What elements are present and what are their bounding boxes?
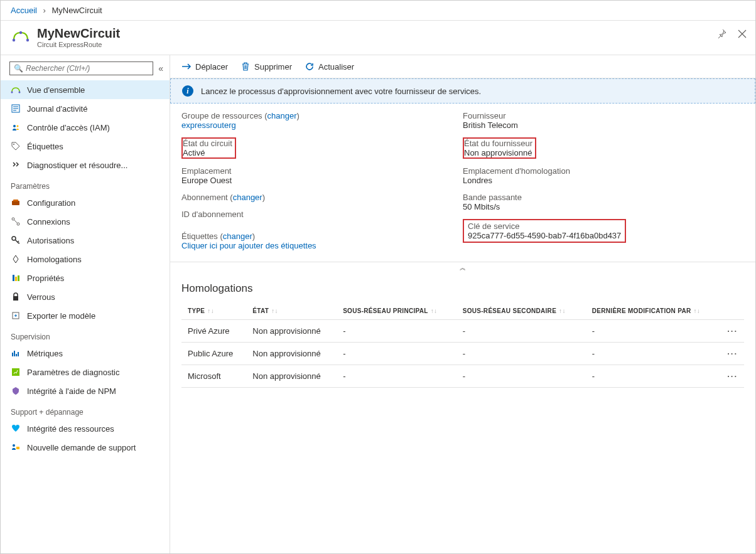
nav-label: Intégrité à l'aide de NPM [27,386,116,396]
nav-label: Exporter le modèle [27,311,95,321]
page-title: MyNewCircuit [37,26,120,41]
svg-point-11 [12,218,14,220]
sub-change-link[interactable]: changer [233,193,262,202]
nav-resource-health[interactable]: Intégrité des ressources [1,419,170,438]
nav-new-support[interactable]: Nouvelle demande de support [1,438,170,457]
cell-primary: - [337,365,456,388]
col-primary[interactable]: SOUS-RÉSEAU PRINCIPAL↑↓ [337,302,456,320]
nav-locks[interactable]: Verrous [1,287,170,306]
service-key-label: Clé de service [468,221,621,231]
svg-rect-19 [12,368,19,376]
header: MyNewCircuit Circuit ExpressRoute [1,21,755,55]
bandwidth-value: 50 Mbits/s [463,202,744,211]
col-modified[interactable]: DERNIÈRE MODIFICATION PAR↑↓ [586,302,721,320]
nav-npm-health[interactable]: Intégrité à l'aide de NPM [1,381,170,400]
search-box[interactable]: 🔍 [9,61,153,75]
nav-label: Autorisations [27,236,74,245]
rg-label: Groupe de ressources [181,111,262,120]
nav-metrics[interactable]: Métriques [1,344,170,363]
svg-rect-14 [13,275,14,281]
nav-label: Configuration [27,198,75,208]
essentials-collapse[interactable]: ︽ [170,262,755,274]
svg-rect-16 [18,275,19,281]
cell-type: Privé Azure [181,320,246,343]
location-value: Europe Ouest [181,176,463,185]
svg-point-2 [19,31,22,34]
refresh-button[interactable]: Actualiser [305,61,354,72]
svg-rect-9 [12,201,19,205]
nav-label: Métriques [27,349,63,358]
tags-add-link[interactable]: Cliquer ici pour ajouter des étiquettes [181,241,316,250]
nav-tags[interactable]: Étiquettes [1,137,170,156]
svg-rect-10 [13,200,18,201]
nav-label: Vue d'ensemble [27,85,85,95]
svg-point-3 [11,92,13,93]
npm-icon [11,386,21,396]
search-input[interactable] [26,64,149,73]
peerings-section: Homologations TYPE↑↓ ÉTAT↑↓ SOUS-RÉSEAU … [170,274,755,397]
export-icon [11,311,21,321]
pin-icon[interactable] [716,28,728,40]
svg-point-7 [17,125,19,127]
bandwidth-label: Bande passante [463,193,744,202]
key-icon [11,235,21,245]
properties-icon [11,273,21,283]
location-label: Emplacement [181,166,463,176]
peering-loc-value: Londres [463,176,744,185]
table-row[interactable]: Public AzureNon approvisionné---··· [181,343,744,365]
col-secondary[interactable]: SOUS-RÉSEAU SECONDAIRE↑↓ [456,302,586,320]
close-icon[interactable] [737,28,748,40]
cell-type: Microsoft [181,365,246,388]
nav-activity-log[interactable]: Journal d'activité [1,99,170,118]
nav-connections[interactable]: Connexions [1,212,170,231]
info-icon: i [182,85,193,97]
circuit-state-label: État du circuit [183,139,232,148]
cell-secondary: - [456,343,586,365]
collapse-sidebar-icon[interactable]: « [158,63,163,73]
svg-rect-17 [13,296,18,301]
nav-configuration[interactable]: Configuration [1,193,170,212]
delete-icon [240,61,251,72]
toolbar: Déplacer Supprimer Actualiser [170,55,755,78]
row-more-button[interactable]: ··· [721,320,744,343]
svg-point-1 [26,39,29,41]
tags-change-link[interactable]: changer [223,232,252,241]
nav-peerings[interactable]: Homologations [1,250,170,269]
essentials: Groupe de ressources (changer) expressro… [170,104,755,262]
nav-overview[interactable]: Vue d'ensemble [1,80,170,99]
rg-value-link[interactable]: expressrouterg [181,120,236,130]
delete-button[interactable]: Supprimer [240,61,292,72]
svg-point-8 [13,144,14,145]
expressroute-small-icon [11,85,21,95]
breadcrumb-current: MyNewCircuit [52,6,102,15]
banner-text: Lancez le processus d'approvisionnement … [201,87,481,96]
config-icon [11,198,21,208]
lock-icon [11,292,21,302]
nav-label: Intégrité des ressources [27,424,114,434]
rg-change-link[interactable]: changer [267,111,297,120]
move-button[interactable]: Déplacer [181,61,228,72]
nav-properties[interactable]: Propriétés [1,269,170,287]
col-state[interactable]: ÉTAT↑↓ [246,302,337,320]
circuit-state-value: Activé [183,148,232,157]
peering-icon [11,254,21,264]
row-more-button[interactable]: ··· [721,365,744,388]
nav-diagnostic-settings[interactable]: Paramètres de diagnostic [1,363,170,381]
section-support: Support + dépannage [1,400,170,419]
section-settings: Paramètres [1,174,170,193]
breadcrumb-home[interactable]: Accueil [11,6,37,15]
main-content: Déplacer Supprimer Actualiser i Lancez l… [170,55,755,554]
table-row[interactable]: Privé AzureNon approvisionné---··· [181,320,744,343]
nav-authorizations[interactable]: Autorisations [1,231,170,250]
col-type[interactable]: TYPE↑↓ [181,302,246,320]
nav-iam[interactable]: Contrôle d'accès (IAM) [1,118,170,137]
nav-export-template[interactable]: Exporter le modèle [1,306,170,325]
svg-point-6 [13,125,16,127]
nav-label: Nouvelle demande de support [27,443,136,452]
breadcrumb: Accueil › MyNewCircuit [1,1,755,21]
row-more-button[interactable]: ··· [721,343,744,365]
sidebar: 🔍 « Vue d'ensemble Journal d'activité Co… [1,55,170,554]
table-row[interactable]: MicrosoftNon approvisionné---··· [181,365,744,388]
cell-primary: - [337,320,456,343]
nav-diagnose[interactable]: Diagnostiquer et résoudre... [1,156,170,174]
